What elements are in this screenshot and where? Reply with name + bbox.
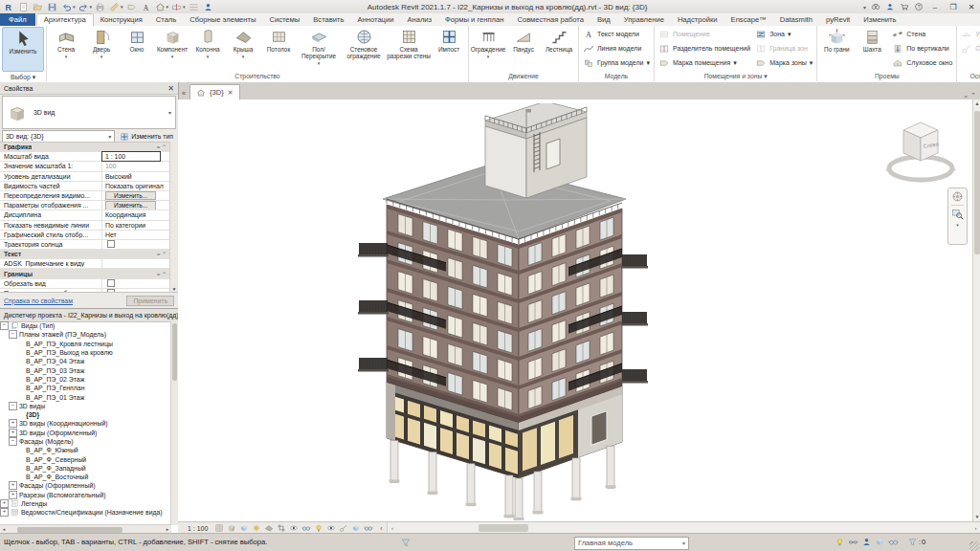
search-dropdown-icon[interactable]: ▾ bbox=[863, 3, 866, 11]
temporary-hide-isolate-icon[interactable] bbox=[301, 523, 312, 534]
ribbon-button-по-вертикали[interactable]: По вертикали bbox=[890, 41, 954, 55]
show-crop-region-icon[interactable] bbox=[288, 523, 300, 534]
ribbon-button-импост[interactable]: Импост bbox=[432, 27, 466, 70]
visual-style-icon[interactable] bbox=[238, 523, 250, 534]
ribbon-tab-системы[interactable]: Системы bbox=[262, 14, 306, 26]
ribbon-tab-анализ[interactable]: Анализ bbox=[400, 14, 438, 26]
displacement-icon[interactable] bbox=[350, 523, 362, 534]
edit-type-button[interactable]: Изменить тип bbox=[117, 131, 176, 143]
browser-item-фасады-оформленный-[interactable]: +Фасады (Оформленный) bbox=[0, 481, 171, 490]
worksets-icon[interactable] bbox=[861, 537, 872, 547]
save-icon[interactable] bbox=[46, 1, 58, 12]
ribbon-tab-формы-и-генплан[interactable]: Формы и генплан bbox=[438, 14, 510, 26]
browser-item-в-ар-пэ-кровля-лестницы[interactable]: В_АР_ПЭ_Кровля лестницы bbox=[0, 340, 171, 348]
property-row[interactable]: Уровень детализацииВысокий bbox=[0, 172, 170, 182]
expand-arrow-icon[interactable]: ‹ bbox=[375, 523, 387, 534]
close-view-tab-icon[interactable]: ✕ bbox=[228, 89, 234, 97]
scale-box-icon[interactable] bbox=[213, 523, 225, 534]
expand-icon[interactable]: + bbox=[9, 491, 17, 499]
browser-item-ведомости-спецификации-назначение-вида-[interactable]: +Ведомости/Спецификации (Назначение вида… bbox=[0, 508, 171, 517]
revit-logo-icon[interactable]: R bbox=[3, 1, 15, 12]
user-interface-icon[interactable] bbox=[202, 1, 214, 12]
expand-icon[interactable]: + bbox=[9, 419, 17, 428]
steering-wheel-icon[interactable] bbox=[951, 190, 964, 203]
ribbon-button-марка-помещения[interactable]: Марка помещения▾ bbox=[657, 55, 752, 70]
browser-item-легенды[interactable]: +Легенды bbox=[0, 499, 171, 508]
browser-item-планы-этажей-пэ-модель-[interactable]: −Планы этажей (ПЭ_Модель) bbox=[0, 330, 171, 339]
view-tab-3d[interactable]: {3D} ✕ bbox=[189, 84, 240, 99]
ribbon-button-стеновое-ограждение[interactable]: Стеновое ограждение bbox=[342, 27, 386, 70]
browser-vertical-scrollbar[interactable] bbox=[170, 321, 178, 525]
ribbon-button-схема-разрезки-стены[interactable]: Схема разрезки стены bbox=[387, 27, 431, 70]
ribbon-button-линия-модели[interactable]: Линия модели bbox=[581, 41, 652, 55]
ribbon-tab-сборные-элементы[interactable]: Сборные элементы bbox=[183, 14, 262, 26]
drawing-area[interactable]: Слева ▾ bbox=[178, 99, 972, 521]
section-icon[interactable] bbox=[170, 1, 183, 12]
chevron-down-icon[interactable]: ▾ bbox=[956, 222, 959, 228]
browser-item-в-ар-ф-западный[interactable]: В_АР_Ф_Западный bbox=[0, 464, 171, 473]
chevron-down-icon[interactable]: ▾ bbox=[183, 4, 186, 10]
temporary-view-properties-icon[interactable] bbox=[325, 523, 337, 534]
zoom-icon[interactable] bbox=[951, 208, 964, 220]
binoculars-icon[interactable] bbox=[871, 2, 880, 11]
ribbon-button-окно[interactable]: Окно bbox=[120, 27, 154, 70]
ribbon-button-группа-модели[interactable]: Группа модели▾ bbox=[581, 55, 652, 70]
view-scale-button[interactable]: 1 : 100 bbox=[178, 525, 213, 532]
workset-combo[interactable]: Главная модель ▾ bbox=[574, 537, 689, 550]
ribbon-button-зона[interactable]: Зона▾ bbox=[753, 27, 814, 41]
shadows-icon[interactable] bbox=[263, 523, 275, 534]
property-row[interactable]: Обрезать вид bbox=[0, 279, 170, 289]
user-account-icon[interactable] bbox=[885, 2, 895, 11]
type-selector[interactable]: 3D вид ▾ bbox=[2, 96, 176, 129]
browser-item-3d-виды[interactable]: −3D виды bbox=[0, 402, 171, 410]
browser-item-в-ар-пэ-03-этаж[interactable]: В_АР_ПЭ_03 Этаж bbox=[0, 365, 171, 374]
collapse-icon[interactable]: − bbox=[0, 321, 9, 330]
browser-item-в-ар-пэ-выход-на-кровлю[interactable]: В_АР_ПЭ_Выход на кровлю bbox=[0, 348, 171, 357]
ribbon-button-разделитель-помещений[interactable]: Разделитель помещений bbox=[657, 41, 752, 55]
close-properties-icon[interactable]: ✕ bbox=[167, 84, 174, 93]
checkbox[interactable] bbox=[107, 240, 115, 248]
ribbon-button-стена[interactable]: Стена▾ bbox=[49, 27, 83, 70]
worksharing-display-icon[interactable] bbox=[363, 523, 374, 534]
browser-item-в-ар-ф-южный[interactable]: В_АР_Ф_Южный bbox=[0, 446, 171, 454]
chevron-down-icon[interactable]: ▾ bbox=[167, 4, 169, 10]
property-row[interactable]: Масштаб вида1 : 100 bbox=[0, 152, 170, 162]
filter-button[interactable]: : 0 bbox=[907, 537, 925, 547]
ribbon-tab-надстройки[interactable]: Надстройки bbox=[671, 14, 724, 26]
ribbon-tab-конструкция[interactable]: Конструкция bbox=[94, 14, 149, 26]
property-row[interactable]: Графический стиль отобр...Нет bbox=[0, 231, 170, 240]
browser-item-виды-тип-[interactable]: −Виды (Тип) bbox=[0, 321, 171, 330]
properties-scrollbar[interactable]: ▼ bbox=[169, 142, 178, 293]
properties-header[interactable]: Свойства ✕ bbox=[0, 82, 178, 95]
property-row[interactable]: Траектория солнца bbox=[0, 240, 170, 250]
model-text-icon[interactable]: A bbox=[140, 1, 152, 12]
worksets-icon[interactable] bbox=[400, 537, 412, 549]
project-browser-header[interactable]: Диспетчер проекта - I22_Карнизы и выход … bbox=[0, 309, 178, 322]
browser-item-в-ар-пэ-01-этаж[interactable]: В_АР_ПЭ_01 Этаж bbox=[0, 392, 171, 401]
ribbon-tab-файл[interactable]: Файл bbox=[0, 13, 35, 26]
browser-item--3d-[interactable]: {3D} bbox=[0, 410, 171, 419]
ribbon-button-колонна[interactable]: Колонна▾ bbox=[190, 27, 225, 70]
browser-item-в-ар-ф-северный[interactable]: В_АР_Ф_Северный bbox=[0, 454, 171, 463]
modify-button[interactable]: Изменить bbox=[2, 27, 44, 72]
ribbon-button-слуховое-окно[interactable]: Слуховое окно bbox=[890, 55, 954, 70]
ribbon-button-ограждение[interactable]: Ограждение▾ bbox=[471, 27, 505, 70]
chevron-down-icon[interactable]: ▾ bbox=[90, 4, 93, 10]
expand-icon[interactable]: + bbox=[0, 499, 9, 508]
canvas-vertical-scrollbar[interactable]: ▲ ▼ bbox=[972, 99, 980, 521]
property-row[interactable]: ДисциплинаКоординация bbox=[0, 210, 170, 220]
browser-item-в-ар-ф-восточный[interactable]: В_АР_Ф_Восточный bbox=[0, 473, 171, 481]
select-panel-label[interactable]: Выбор ▾ bbox=[0, 72, 46, 82]
property-row[interactable]: Видимость частейПоказать оригинал bbox=[0, 182, 170, 191]
measure-icon[interactable] bbox=[108, 1, 121, 12]
undo-icon[interactable] bbox=[60, 1, 73, 12]
property-row[interactable]: Параметры отображения ...Изменить... bbox=[0, 201, 170, 210]
links-icon[interactable] bbox=[848, 537, 858, 547]
building-3d-model[interactable] bbox=[345, 103, 795, 520]
ribbon-button-потолок[interactable]: Потолок bbox=[261, 27, 296, 70]
ribbon-button-лестница[interactable]: Лестница bbox=[542, 27, 576, 70]
redo-icon[interactable] bbox=[78, 1, 90, 12]
ribbon-button-пол-перекрытие[interactable]: Пол/Перекрытие▾ bbox=[297, 27, 341, 70]
expand-icon[interactable]: + bbox=[9, 429, 17, 437]
ribbon-tab-управление[interactable]: Управление bbox=[617, 14, 671, 26]
